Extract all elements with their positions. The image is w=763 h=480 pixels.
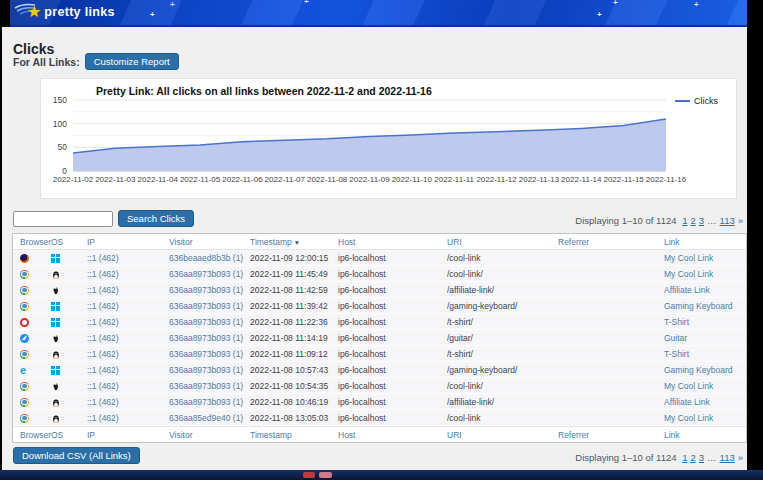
ip-cell[interactable]: ::1 (462) bbox=[87, 285, 169, 295]
link-cell[interactable]: T-Shirt bbox=[664, 317, 746, 327]
column-header-timestamp[interactable]: Timestamp bbox=[250, 430, 338, 440]
host-cell: ip6-localhost bbox=[338, 253, 447, 263]
ip-cell[interactable]: ::1 (462) bbox=[87, 349, 169, 359]
link-cell[interactable]: Gaming Keyboard bbox=[664, 365, 746, 375]
column-header-visitor[interactable]: Visitor bbox=[169, 237, 250, 247]
column-header-ip[interactable]: IP bbox=[87, 237, 169, 247]
table-row: ::1 (462)636aa85ed9e40 (1)2022-11-08 13:… bbox=[13, 410, 746, 426]
host-cell: ip6-localhost bbox=[338, 349, 447, 359]
apple-icon bbox=[51, 382, 60, 391]
link-cell[interactable]: My Cool Link bbox=[664, 381, 746, 391]
ip-cell[interactable]: ::1 (462) bbox=[87, 365, 169, 375]
link-cell[interactable]: Affiliate Link bbox=[664, 397, 746, 407]
page-link-3[interactable]: 3 bbox=[699, 215, 704, 226]
ip-cell[interactable]: ::1 (462) bbox=[87, 317, 169, 327]
browser-cell bbox=[20, 300, 51, 310]
column-header-link[interactable]: Link bbox=[664, 237, 746, 247]
sparkle-icon: + bbox=[304, 0, 309, 6]
x-tick-label: 2022-11-13 bbox=[516, 175, 562, 184]
link-cell[interactable]: Gaming Keyboard bbox=[664, 301, 746, 311]
table-row: ::1 (462)636aa8973b093 (1)2022-11-08 10:… bbox=[13, 378, 746, 394]
chart-legend: Clicks bbox=[675, 96, 718, 106]
column-header-referrer[interactable]: Referrer bbox=[558, 430, 664, 440]
ip-cell[interactable]: ::1 (462) bbox=[87, 397, 169, 407]
table-row: ::1 (462)636aa8973b093 (1)2022-11-09 11:… bbox=[13, 266, 746, 282]
link-cell[interactable]: My Cool Link bbox=[664, 253, 746, 263]
visitor-cell[interactable]: 636aa8973b093 (1) bbox=[169, 349, 250, 359]
next-page-link[interactable]: » bbox=[738, 215, 743, 226]
page-link-1[interactable]: 1 bbox=[682, 452, 687, 463]
link-cell[interactable]: My Cool Link bbox=[664, 413, 746, 423]
column-header-os[interactable]: OS bbox=[51, 237, 87, 247]
chrome-icon bbox=[20, 382, 29, 391]
page-link-2[interactable]: 2 bbox=[690, 215, 695, 226]
column-header-uri[interactable]: URI bbox=[447, 237, 558, 247]
x-tick-label: 2022-11-09 bbox=[347, 175, 393, 184]
visitor-cell[interactable]: 636aa8973b093 (1) bbox=[169, 317, 250, 327]
column-header-referrer[interactable]: Referrer bbox=[558, 237, 664, 247]
column-header-visitor[interactable]: Visitor bbox=[169, 430, 250, 440]
column-header-timestamp[interactable]: Timestamp▼ bbox=[250, 237, 338, 247]
page-link-1[interactable]: 1 bbox=[682, 215, 687, 226]
column-header-browser[interactable]: Browser bbox=[20, 237, 51, 247]
apple-icon bbox=[51, 334, 60, 343]
column-header-ip[interactable]: IP bbox=[87, 430, 169, 440]
timestamp-cell: 2022-11-09 12:00:15 bbox=[250, 253, 338, 263]
visitor-cell[interactable]: 636beaaed8b3b (1) bbox=[169, 253, 250, 263]
link-cell[interactable]: Guitar bbox=[664, 333, 746, 343]
os-cell bbox=[51, 300, 87, 310]
windows-icon bbox=[51, 366, 60, 375]
browser-cell bbox=[20, 396, 51, 406]
ip-cell[interactable]: ::1 (462) bbox=[87, 381, 169, 391]
uri-cell: /t-shirt/ bbox=[447, 349, 558, 359]
visitor-cell[interactable]: 636aa8973b093 (1) bbox=[169, 301, 250, 311]
page-link-last[interactable]: 113 bbox=[720, 452, 735, 463]
ip-cell[interactable]: ::1 (462) bbox=[87, 253, 169, 263]
page-link-3[interactable]: 3 bbox=[699, 452, 704, 463]
visitor-cell[interactable]: 636aa8973b093 (1) bbox=[169, 333, 250, 343]
visitor-cell[interactable]: 636aa8973b093 (1) bbox=[169, 381, 250, 391]
uri-cell: /cool-link bbox=[447, 413, 558, 423]
page-link-last[interactable]: 113 bbox=[720, 215, 735, 226]
column-header-link[interactable]: Link bbox=[664, 430, 746, 440]
visitor-cell[interactable]: 636aa8973b093 (1) bbox=[169, 397, 250, 407]
visitor-cell[interactable]: 636aa8973b093 (1) bbox=[169, 285, 250, 295]
search-input[interactable] bbox=[13, 211, 113, 227]
search-clicks-button[interactable]: Search Clicks bbox=[118, 210, 194, 227]
visitor-cell[interactable]: 636aa8973b093 (1) bbox=[169, 365, 250, 375]
table-row: ::1 (462)636aa8973b093 (1)2022-11-08 11:… bbox=[13, 346, 746, 362]
visitor-cell[interactable]: 636aa85ed9e40 (1) bbox=[169, 413, 250, 423]
ip-cell[interactable]: ::1 (462) bbox=[87, 333, 169, 343]
column-header-host[interactable]: Host bbox=[338, 430, 447, 440]
column-header-os[interactable]: OS bbox=[51, 430, 87, 440]
column-header-uri[interactable]: URI bbox=[447, 430, 558, 440]
link-cell[interactable]: Affiliate Link bbox=[664, 285, 746, 295]
timestamp-cell: 2022-11-08 10:57:43 bbox=[250, 365, 338, 375]
browser-cell bbox=[20, 380, 51, 390]
link-cell[interactable]: T-Shirt bbox=[664, 349, 746, 359]
page-link-2[interactable]: 2 bbox=[690, 452, 695, 463]
ip-cell[interactable]: ::1 (462) bbox=[87, 301, 169, 311]
next-page-link[interactable]: » bbox=[738, 452, 743, 463]
visitor-cell[interactable]: 636aa8973b093 (1) bbox=[169, 269, 250, 279]
browser-cell bbox=[20, 252, 51, 262]
chrome-icon bbox=[20, 398, 29, 407]
uri-cell: /guitar/ bbox=[447, 333, 558, 343]
column-header-host[interactable]: Host bbox=[338, 237, 447, 247]
chrome-icon bbox=[20, 350, 29, 359]
column-header-browser[interactable]: Browser bbox=[20, 430, 51, 440]
table-footer-header-row: BrowserOSIPVisitorTimestampHostURIReferr… bbox=[13, 426, 746, 442]
linux-icon bbox=[51, 414, 60, 423]
link-cell[interactable]: My Cool Link bbox=[664, 269, 746, 279]
timestamp-cell: 2022-11-08 13:05:03 bbox=[250, 413, 338, 423]
sparkle-icon: + bbox=[170, 1, 175, 9]
download-csv-button[interactable]: Download CSV (All Links) bbox=[13, 447, 140, 464]
sparkle-icon: + bbox=[694, 1, 699, 9]
windows-icon bbox=[51, 254, 60, 263]
browser-cell bbox=[20, 268, 51, 278]
ip-cell[interactable]: ::1 (462) bbox=[87, 413, 169, 423]
ip-cell[interactable]: ::1 (462) bbox=[87, 269, 169, 279]
host-cell: ip6-localhost bbox=[338, 333, 447, 343]
firefox-icon bbox=[20, 254, 29, 263]
customize-report-button[interactable]: Customize Report bbox=[85, 53, 179, 70]
